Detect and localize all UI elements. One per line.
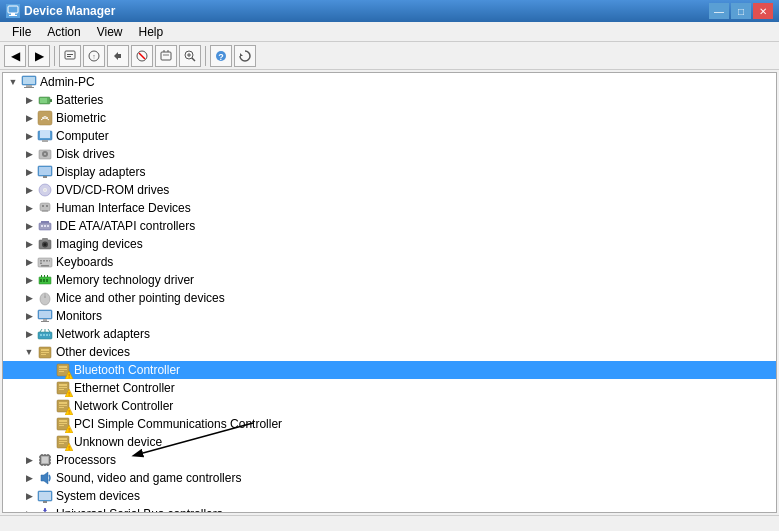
tree-node-monitors[interactable]: ▶ Monitors (3, 307, 776, 325)
tree-node-batteries[interactable]: ▶ Batteries (3, 91, 776, 109)
tree-node-hid[interactable]: ▶ Human Interface Devices (3, 199, 776, 217)
expand-ide[interactable]: ▶ (21, 218, 37, 234)
svg-rect-26 (50, 99, 52, 102)
tree-node-networkctrl[interactable]: · ! Network Controller (3, 397, 776, 415)
expand-dvd[interactable]: ▶ (21, 182, 37, 198)
mice-icon (37, 290, 53, 306)
biometric-icon (37, 110, 53, 126)
tree-node-keyboards[interactable]: ▶ Keyboards (3, 253, 776, 271)
toolbar-back[interactable]: ◀ (4, 45, 26, 67)
adminpc-label: Admin-PC (40, 75, 95, 89)
expand-bluetooth: · (39, 362, 55, 378)
menu-file[interactable]: File (4, 23, 39, 41)
close-button[interactable]: ✕ (753, 3, 773, 19)
expand-memory[interactable]: ▶ (21, 272, 37, 288)
toolbar-properties[interactable] (59, 45, 81, 67)
svg-rect-74 (43, 319, 47, 321)
toolbar-scan[interactable] (179, 45, 201, 67)
tree-node-displayadapters[interactable]: ▶ Display adapters (3, 163, 776, 181)
tree-node-unknown[interactable]: · ! Unknown device (3, 433, 776, 451)
tree-node-memory[interactable]: ▶ Memory technology driver (3, 271, 776, 289)
expand-systemdevices[interactable]: ▶ (21, 488, 37, 504)
toolbar-forward[interactable]: ▶ (28, 45, 50, 67)
svg-rect-64 (47, 275, 48, 277)
svg-point-40 (44, 189, 46, 191)
tree-node-processors[interactable]: ▶ (3, 451, 776, 469)
expand-computer[interactable]: ▶ (21, 128, 37, 144)
menu-action[interactable]: Action (39, 23, 88, 41)
tree-node-sound[interactable]: ▶ Sound, video and game controllers (3, 469, 776, 487)
svg-rect-2 (9, 15, 17, 16)
tree-node-otherdevices[interactable]: ▼ Other devices (3, 343, 776, 361)
hid-icon (37, 200, 53, 216)
svg-rect-58 (49, 260, 50, 262)
expand-biometric[interactable]: ▶ (21, 110, 37, 126)
expand-adminpc[interactable]: ▼ (5, 74, 21, 90)
tree-node-imaging[interactable]: ▶ Imaging devices (3, 235, 776, 253)
expand-otherdevices[interactable]: ▼ (21, 344, 37, 360)
tree-node-adminpc[interactable]: ▼ Admin-PC (3, 73, 776, 91)
expand-unknown: · (39, 434, 55, 450)
tree-node-biometric[interactable]: ▶ Biometric (3, 109, 776, 127)
expand-keyboards[interactable]: ▶ (21, 254, 37, 270)
svg-rect-65 (40, 279, 42, 282)
toolbar-help[interactable]: ? (210, 45, 232, 67)
menu-help[interactable]: Help (131, 23, 172, 41)
svg-rect-49 (47, 225, 49, 227)
tree-node-ide[interactable]: ▶ IDE ATA/ATAPI controllers (3, 217, 776, 235)
expand-diskdrives[interactable]: ▶ (21, 146, 37, 162)
toolbar-refresh[interactable] (234, 45, 256, 67)
minimize-button[interactable]: — (709, 3, 729, 19)
expand-hid[interactable]: ▶ (21, 200, 37, 216)
hid-label: Human Interface Devices (56, 201, 191, 215)
svg-rect-94 (59, 389, 64, 390)
svg-rect-47 (41, 225, 43, 227)
tree-node-pcisimple[interactable]: · ! PCI Simple Communications Controller (3, 415, 776, 433)
toolbar-uninstall[interactable] (155, 45, 177, 67)
svg-rect-43 (46, 205, 48, 207)
expand-pcisimple: · (39, 416, 55, 432)
tree-node-ethernet[interactable]: · ! Ethernet Controller (3, 379, 776, 397)
networkadapters-label: Network adapters (56, 327, 150, 341)
svg-rect-79 (46, 334, 48, 336)
toolbar-rollback[interactable] (107, 45, 129, 67)
device-tree: ▼ Admin-PC ▶ (3, 73, 776, 513)
networkctrl-label: Network Controller (74, 399, 173, 413)
batteries-label: Batteries (56, 93, 103, 107)
toolbar-disable[interactable] (131, 45, 153, 67)
tree-node-mice[interactable]: ▶ Mice and other pointing devices (3, 289, 776, 307)
tree-node-dvd[interactable]: ▶ DVD/CD-ROM drives (3, 181, 776, 199)
expand-sound[interactable]: ▶ (21, 470, 37, 486)
tree-node-networkadapters[interactable]: ▶ Network adapters (3, 325, 776, 343)
toolbar-sep-2 (205, 46, 206, 66)
computer-label: Computer (56, 129, 109, 143)
svg-rect-75 (41, 321, 49, 322)
menu-view[interactable]: View (89, 23, 131, 41)
pcisimple-label: PCI Simple Communications Controller (74, 417, 282, 431)
expand-imaging[interactable]: ▶ (21, 236, 37, 252)
tree-node-diskdrives[interactable]: ▶ Disk drives (3, 145, 776, 163)
expand-displayadapters[interactable]: ▶ (21, 164, 37, 180)
expand-processors[interactable]: ▶ (21, 452, 37, 468)
svg-rect-5 (67, 56, 71, 57)
expand-mice[interactable]: ▶ (21, 290, 37, 306)
toolbar-update-driver[interactable]: ↑ (83, 45, 105, 67)
svg-rect-41 (40, 203, 50, 211)
tree-node-computer[interactable]: ▶ Computer (3, 127, 776, 145)
tree-node-usb[interactable]: ▶ Universal Serial Bus controllers (3, 505, 776, 513)
ide-icon (37, 218, 53, 234)
expand-networkadapters[interactable]: ▶ (21, 326, 37, 342)
maximize-button[interactable]: □ (731, 3, 751, 19)
tree-node-systemdevices[interactable]: ▶ System devices (3, 487, 776, 505)
expand-usb[interactable]: ▶ (21, 506, 37, 513)
expand-monitors[interactable]: ▶ (21, 308, 37, 324)
svg-rect-83 (41, 352, 49, 353)
expand-batteries[interactable]: ▶ (21, 92, 37, 108)
tree-node-bluetooth[interactable]: · ! Bluetooth Controller (3, 361, 776, 379)
tree-panel[interactable]: ▼ Admin-PC ▶ (2, 72, 777, 513)
pcisimple-icon: ! (55, 416, 71, 432)
svg-rect-82 (41, 349, 49, 351)
svg-rect-80 (49, 334, 50, 336)
svg-text:?: ? (218, 52, 224, 62)
systemdevices-label: System devices (56, 489, 140, 503)
